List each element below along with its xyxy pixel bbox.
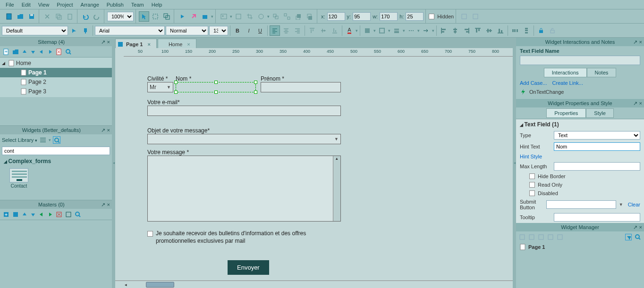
- panel-popout-icon[interactable]: ↗: [101, 127, 105, 133]
- redo-icon[interactable]: [92, 11, 102, 22]
- mgr-icon-2[interactable]: [528, 234, 535, 240]
- indent-icon[interactable]: [47, 49, 53, 55]
- valign-mid-icon[interactable]: [318, 25, 329, 36]
- menu-edit[interactable]: Edit: [18, 1, 34, 8]
- share-icon[interactable]: [188, 11, 199, 22]
- close-tab-icon[interactable]: ×: [187, 41, 190, 47]
- tab-notes[interactable]: Notes: [587, 68, 617, 77]
- panel-close-icon[interactable]: ×: [639, 39, 642, 45]
- panel-close-icon[interactable]: ×: [107, 202, 110, 208]
- hidden-checkbox[interactable]: [429, 14, 434, 19]
- prop-section-header[interactable]: Text Field (1): [516, 119, 644, 130]
- splitter-left[interactable]: [112, 38, 115, 288]
- valign-bot-icon[interactable]: [330, 25, 340, 36]
- front-icon[interactable]: [293, 11, 304, 22]
- master-up-icon[interactable]: [22, 212, 27, 217]
- filter-icon[interactable]: [625, 234, 632, 240]
- submit-button[interactable]: Envoyer: [228, 260, 269, 275]
- maxlen-input[interactable]: [554, 162, 640, 171]
- align-right-icon[interactable]: [292, 25, 303, 36]
- prenom-input[interactable]: [261, 82, 341, 92]
- paste-icon[interactable]: [65, 11, 75, 22]
- obj-align-top-icon[interactable]: [473, 25, 483, 36]
- italic-icon[interactable]: I: [244, 25, 254, 36]
- read-only-checkbox[interactable]: [529, 182, 535, 188]
- tree-page-2[interactable]: Page 2: [0, 77, 112, 87]
- underline-icon[interactable]: U: [255, 25, 265, 36]
- undo-icon[interactable]: [80, 11, 91, 22]
- slice-icon[interactable]: [233, 11, 244, 22]
- align-left-icon[interactable]: [270, 25, 280, 36]
- add-page-icon[interactable]: +: [3, 49, 9, 55]
- field-name-input[interactable]: [520, 56, 640, 65]
- menu-file[interactable]: File: [2, 1, 18, 8]
- event-row[interactable]: OnTextChange: [516, 88, 644, 96]
- add-case-link[interactable]: Add Case...: [520, 80, 547, 86]
- civilite-dropdown[interactable]: Mr▼: [147, 82, 173, 92]
- outdent-icon[interactable]: [39, 49, 44, 55]
- y-input[interactable]: [353, 12, 371, 21]
- search-mgr-icon[interactable]: [635, 234, 641, 240]
- panel-popout-icon[interactable]: ↗: [633, 39, 637, 45]
- lib-options-icon[interactable]: [39, 137, 47, 143]
- size-select[interactable]: 13: [209, 26, 228, 35]
- move-up-icon[interactable]: [22, 49, 27, 55]
- bold-icon[interactable]: B: [232, 25, 243, 36]
- dist-h-icon[interactable]: [510, 25, 520, 36]
- master-usage-icon[interactable]: [65, 211, 72, 218]
- text-color-icon[interactable]: A: [344, 25, 355, 36]
- dist-v-icon[interactable]: [521, 25, 532, 36]
- menu-team[interactable]: Team: [127, 1, 148, 8]
- master-down-icon[interactable]: [30, 212, 36, 217]
- optimize-icon[interactable]: [256, 11, 266, 22]
- delete-page-icon[interactable]: [56, 49, 62, 55]
- valign-top-icon[interactable]: [307, 25, 317, 36]
- open-file-icon[interactable]: [15, 11, 25, 22]
- hint-style-link[interactable]: Hint Style: [520, 154, 542, 159]
- objet-dropdown[interactable]: ▼: [147, 134, 341, 144]
- copy-icon[interactable]: [53, 11, 64, 22]
- message-textarea[interactable]: ▴: [147, 156, 341, 222]
- widget-category[interactable]: Complex_forms: [0, 156, 112, 166]
- move-down-icon[interactable]: [30, 49, 36, 55]
- email-input[interactable]: [147, 106, 341, 116]
- align-center-icon[interactable]: [281, 25, 291, 36]
- nom-input-selected[interactable]: [176, 82, 256, 92]
- widget-item-contact[interactable]: Contact: [5, 168, 33, 189]
- clear-link[interactable]: Clear: [628, 202, 640, 207]
- style-preset-select[interactable]: Default: [2, 26, 68, 35]
- hint-input[interactable]: [554, 142, 640, 151]
- search-masters-icon[interactable]: [75, 211, 81, 218]
- panel-close-icon[interactable]: ×: [639, 224, 642, 230]
- menu-arrange[interactable]: Arrange: [77, 1, 103, 8]
- line-color-icon[interactable]: [377, 25, 387, 36]
- line-width-icon[interactable]: [391, 25, 402, 36]
- crop-icon[interactable]: [245, 11, 255, 22]
- publish-icon[interactable]: [200, 11, 210, 22]
- mgr-icon-4[interactable]: [547, 234, 554, 240]
- group-icon[interactable]: [271, 11, 281, 22]
- tree-home[interactable]: ◢ Home: [0, 58, 112, 68]
- select-contained-icon[interactable]: [150, 11, 161, 22]
- obj-align-mid-icon[interactable]: [484, 25, 494, 36]
- panel-close-icon[interactable]: ×: [107, 127, 110, 133]
- mgr-icon-1[interactable]: [519, 234, 525, 240]
- create-link-link[interactable]: Create Link...: [552, 80, 583, 86]
- save-icon[interactable]: [26, 11, 37, 22]
- preview-icon[interactable]: [177, 11, 187, 22]
- misc-icon-2[interactable]: [470, 11, 481, 22]
- mgr-row-page[interactable]: Page 1: [516, 243, 644, 251]
- h-input[interactable]: [406, 12, 424, 21]
- image-icon[interactable]: [219, 11, 229, 22]
- menu-help[interactable]: Help: [148, 1, 166, 8]
- panel-popout-icon[interactable]: ↗: [101, 202, 105, 208]
- obj-align-left-icon[interactable]: [439, 25, 449, 36]
- tree-page-3[interactable]: Page 3: [0, 87, 112, 96]
- w-input[interactable]: [380, 12, 398, 21]
- search-pages-icon[interactable]: [65, 49, 72, 55]
- paint-icon[interactable]: [80, 25, 91, 36]
- type-select[interactable]: Text: [554, 131, 640, 140]
- new-file-icon[interactable]: [4, 11, 14, 22]
- tab-page-1[interactable]: Page 1×: [115, 39, 157, 48]
- menu-project[interactable]: Project: [53, 1, 76, 8]
